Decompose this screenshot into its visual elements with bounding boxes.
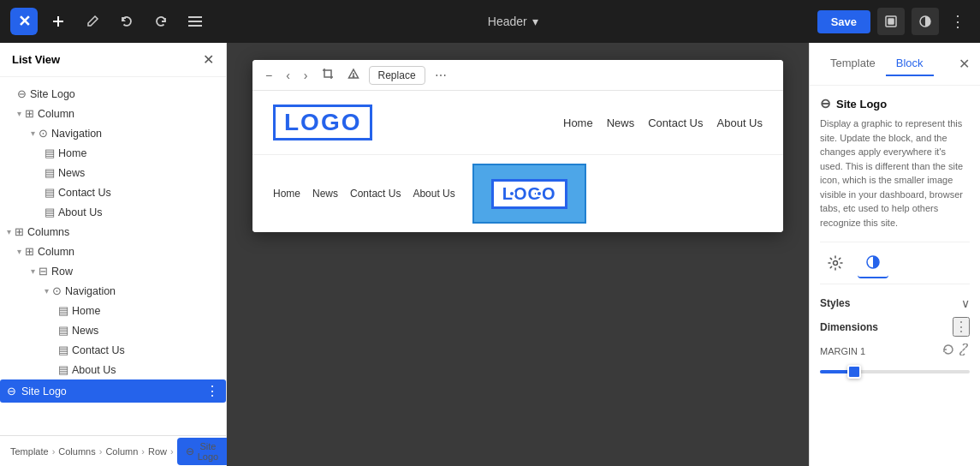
- header-dropdown-button[interactable]: Header ▾: [488, 15, 538, 28]
- columns-icon: ⊞: [15, 225, 24, 238]
- tree-label: About Us: [72, 364, 116, 376]
- nav2-news[interactable]: News: [312, 188, 338, 200]
- tab-template-button[interactable]: Template: [820, 51, 886, 76]
- tree-item-contact-us-2[interactable]: ▤ Contact Us: [0, 340, 226, 360]
- gear-style-button[interactable]: [820, 248, 851, 278]
- margin-link-button[interactable]: [958, 344, 970, 358]
- styles-chevron-icon[interactable]: ∨: [961, 296, 970, 310]
- breadcrumb-row[interactable]: Row: [148, 446, 167, 457]
- item-more-icon[interactable]: ⋮: [205, 383, 219, 399]
- right-panel-body: ⊖ Site Logo Display a graphic to represe…: [810, 86, 980, 466]
- row-icon: ⊟: [39, 265, 48, 278]
- page-icon: ▤: [58, 324, 68, 337]
- tree-item-navigation-1[interactable]: ▾ ⊙ Navigation: [0, 123, 226, 143]
- right-panel-close-button[interactable]: ✕: [959, 56, 970, 72]
- slider-thumb[interactable]: [847, 365, 861, 379]
- tree-item-home-1[interactable]: ▤ Home: [0, 143, 226, 163]
- app-logo[interactable]: ✕: [10, 8, 38, 35]
- tree-item-site-logo-active[interactable]: ⊖ Site Logo ⋮: [0, 379, 226, 403]
- warning-button[interactable]: [343, 65, 364, 85]
- nav-link-about-us[interactable]: About Us: [717, 116, 763, 129]
- tree-item-news-1[interactable]: ▤ News: [0, 163, 226, 182]
- tree-item-row[interactable]: ▾ ⊟ Row: [0, 261, 226, 281]
- tree-item-contact-us-1[interactable]: ▤ Contact Us: [0, 182, 226, 202]
- nav-link-contact-us[interactable]: Contact Us: [648, 116, 703, 129]
- view-toggle-button[interactable]: [877, 8, 905, 35]
- website-header-row1: LOGO Home News Contact Us About Us: [252, 91, 783, 155]
- breadcrumb-column[interactable]: Column: [105, 446, 138, 457]
- nav2-contact-us[interactable]: Contact Us: [350, 188, 401, 200]
- svg-point-10: [834, 261, 838, 266]
- canvas-more-button[interactable]: ⋯: [431, 66, 451, 85]
- website-row2: Home News Contact Us About Us LOGO: [252, 155, 783, 232]
- margin-reset-button[interactable]: [942, 344, 954, 358]
- tree-item-news-2[interactable]: ▤ News: [0, 320, 226, 340]
- zoom-out-button[interactable]: −: [261, 66, 276, 85]
- contrast-style-button[interactable]: [858, 248, 888, 278]
- tree-item-site-logo-top[interactable]: ⊖ Site Logo: [0, 84, 226, 104]
- dimensions-more-button[interactable]: ⋮: [953, 317, 970, 337]
- tree-label: Contact Us: [72, 344, 125, 356]
- save-button[interactable]: Save: [817, 10, 870, 33]
- tree-label: Column: [38, 108, 74, 120]
- chevron-down-icon: ▾: [17, 109, 21, 118]
- canvas-area: − ‹ › Replace ⋯: [227, 43, 809, 466]
- website-nav-1: Home News Contact Us About Us: [563, 116, 763, 129]
- minus-circle-icon: ⊖: [17, 87, 27, 100]
- breadcrumb-columns[interactable]: Columns: [58, 446, 95, 457]
- tree-item-home-2[interactable]: ▤ Home: [0, 301, 226, 320]
- tree-label: Contact Us: [58, 187, 111, 199]
- tree-label: News: [72, 325, 98, 337]
- add-block-button[interactable]: [45, 8, 72, 35]
- tree-label: Navigation: [51, 128, 102, 140]
- nav2-about-us[interactable]: About Us: [413, 188, 454, 200]
- tree-label: News: [58, 167, 85, 179]
- tree-item-column-1[interactable]: ▾ ⊞ Column: [0, 104, 226, 123]
- style-icons-bar: [820, 242, 970, 284]
- nav-link-home[interactable]: Home: [563, 116, 593, 129]
- dimensions-label: Dimensions: [820, 321, 878, 333]
- header-label: Header: [488, 15, 527, 28]
- chevron-down-icon: ▾: [532, 15, 538, 28]
- canvas-frame: − ‹ › Replace ⋯: [252, 60, 783, 232]
- tree-item-columns[interactable]: ▾ ⊞ Columns: [0, 222, 226, 242]
- tree-item-about-us-2[interactable]: ▤ About Us: [0, 360, 226, 379]
- tree-label: Navigation: [65, 285, 116, 297]
- nav-link-news[interactable]: News: [607, 116, 635, 129]
- svg-point-9: [353, 76, 353, 77]
- chevron-down-icon: ▾: [31, 128, 35, 138]
- block-description: Display a graphic to represent this site…: [820, 116, 970, 230]
- tab-block-button[interactable]: Block: [886, 51, 934, 76]
- crop-button[interactable]: [318, 65, 338, 85]
- breadcrumb-site-logo-label: Site Logo: [198, 441, 218, 462]
- redo-button[interactable]: [147, 8, 175, 35]
- tree-item-about-us-1[interactable]: ▤ About Us: [0, 202, 226, 222]
- nav2-home[interactable]: Home: [273, 188, 300, 200]
- svg-rect-1: [53, 21, 63, 22]
- breadcrumb-template[interactable]: Template: [10, 446, 49, 457]
- menu-button[interactable]: [181, 8, 209, 35]
- list-view-header: List View ✕: [0, 43, 226, 77]
- prev-button[interactable]: ‹: [282, 66, 294, 85]
- minus-circle-icon-small: ⊖: [186, 445, 194, 457]
- selected-logo-block[interactable]: LOGO: [472, 164, 586, 224]
- chevron-down-icon: ▾: [17, 247, 21, 256]
- toolbar-center: Header ▾: [216, 15, 811, 28]
- tree-label: Row: [51, 266, 73, 278]
- margin-label-row: MARGIN 1: [820, 344, 970, 358]
- main-toolbar: ✕ Header ▾ Save ⋮: [0, 0, 980, 43]
- list-view-close-button[interactable]: ✕: [203, 51, 214, 68]
- pencil-button[interactable]: [79, 8, 106, 35]
- columns-icon: ⊞: [25, 245, 34, 258]
- page-icon: ▤: [58, 363, 68, 376]
- undo-button[interactable]: [113, 8, 140, 35]
- tree-item-navigation-2[interactable]: ▾ ⊙ Navigation: [0, 281, 226, 301]
- page-icon: ▤: [45, 166, 55, 179]
- margin-slider[interactable]: [820, 363, 970, 380]
- contrast-button[interactable]: [912, 8, 939, 35]
- toolbar-more-button[interactable]: ⋮: [946, 9, 970, 33]
- tree-item-column-2[interactable]: ▾ ⊞ Column: [0, 242, 226, 261]
- website-nav-2: Home News Contact Us About Us: [273, 188, 455, 200]
- replace-button[interactable]: Replace: [369, 66, 425, 85]
- next-button[interactable]: ›: [300, 66, 312, 85]
